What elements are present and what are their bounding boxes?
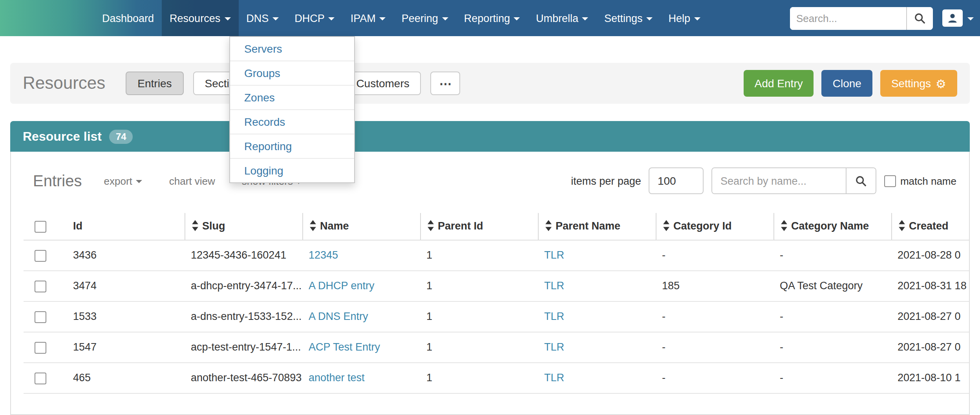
sort-icon <box>898 220 905 231</box>
parent-name-link[interactable]: TLR <box>544 341 564 353</box>
entry-name-link[interactable]: 12345 <box>309 250 338 261</box>
chart-view-link[interactable]: chart view <box>169 175 215 187</box>
gear-icon: ⚙ <box>936 77 946 89</box>
cell-id: 1533 <box>67 301 185 332</box>
column-header-created[interactable]: Created <box>891 213 970 240</box>
resource-list-panel: Entries export chart view show filters +… <box>10 152 970 415</box>
cell-category_name: - <box>773 332 891 363</box>
parent-name-link[interactable]: TLR <box>544 372 564 384</box>
settings-button[interactable]: Settings ⚙ <box>880 70 957 97</box>
table-row: 1533a-dns-entry-1533-152...A DNS Entry1T… <box>24 301 970 332</box>
navbar-right <box>790 0 974 36</box>
chevron-down-icon <box>224 17 230 20</box>
cell-parent_name: TLR <box>538 362 656 393</box>
menu-item-logging[interactable]: Logging <box>230 159 354 182</box>
search-icon <box>856 175 867 187</box>
cell-category_id: - <box>656 240 773 271</box>
page-container: Resources Entries Sections Contacts Cust… <box>10 63 970 415</box>
table-header-row: Id Slug Name Parent Id Parent Name Categ… <box>24 213 970 240</box>
clone-button[interactable]: Clone <box>822 70 872 97</box>
cell-category_id: - <box>656 362 773 393</box>
cell-category_name: - <box>773 301 891 332</box>
cell-category_id: 185 <box>656 271 773 301</box>
add-entry-button[interactable]: Add Entry <box>744 70 814 97</box>
column-header-category-id[interactable]: Category Id <box>656 213 773 240</box>
tab-customers[interactable]: Customers <box>344 72 421 95</box>
menu-item-reporting[interactable]: Reporting <box>230 134 354 159</box>
entries-table: Id Slug Name Parent Id Parent Name Categ… <box>24 213 970 393</box>
nav-umbrella[interactable]: Umbrella <box>528 0 596 36</box>
nav-dashboard[interactable]: Dashboard <box>94 0 162 36</box>
dns-dropdown-menu: Servers Groups Zones Records Reporting L… <box>229 36 355 183</box>
nav-help[interactable]: Help <box>661 0 709 36</box>
cell-id: 465 <box>67 362 185 393</box>
section-title: Entries <box>33 172 82 190</box>
entry-name-link[interactable]: ACP Test Entry <box>309 341 380 353</box>
row-checkbox[interactable] <box>35 250 46 262</box>
sort-icon <box>780 220 787 231</box>
sort-icon <box>191 220 198 231</box>
row-checkbox[interactable] <box>35 342 46 353</box>
name-search-input[interactable] <box>713 168 846 193</box>
chevron-down-icon <box>647 17 653 20</box>
parent-name-link[interactable]: TLR <box>544 311 564 323</box>
row-checkbox[interactable] <box>35 372 46 384</box>
nav-dhcp[interactable]: DHCP <box>287 0 343 36</box>
select-all-checkbox[interactable] <box>35 221 46 233</box>
nav-ipam[interactable]: IPAM <box>343 0 394 36</box>
parent-name-link[interactable]: TLR <box>544 280 564 292</box>
export-dropdown[interactable]: export <box>104 175 143 187</box>
more-tabs-button[interactable]: ⋯ <box>431 72 461 95</box>
cell-parent_name: TLR <box>538 240 656 271</box>
entry-name-link[interactable]: A DNS Entry <box>309 311 368 323</box>
entry-name-link[interactable]: A DHCP entry <box>309 280 375 292</box>
name-search-button[interactable] <box>846 168 876 193</box>
user-menu[interactable] <box>942 9 974 27</box>
cell-name: 12345 <box>302 240 420 271</box>
entry-name-link[interactable]: another test <box>309 372 365 384</box>
column-header-category-name[interactable]: Category Name <box>773 213 891 240</box>
chevron-down-icon <box>380 17 386 20</box>
menu-item-records[interactable]: Records <box>230 110 354 134</box>
nav-resources[interactable]: Resources <box>162 0 238 36</box>
parent-name-link[interactable]: TLR <box>544 250 564 261</box>
sort-icon <box>545 220 552 231</box>
global-search-button[interactable] <box>906 7 933 29</box>
nav-label: Resources <box>170 12 220 24</box>
cell-parent_id: 1 <box>420 301 538 332</box>
nav-settings[interactable]: Settings <box>596 0 661 36</box>
column-header-parent-name[interactable]: Parent Name <box>538 213 656 240</box>
menu-item-servers[interactable]: Servers <box>230 37 354 61</box>
column-header-slug[interactable]: Slug <box>185 213 302 240</box>
column-header-parent-id[interactable]: Parent Id <box>420 213 538 240</box>
items-per-page-input[interactable] <box>649 167 704 194</box>
row-checkbox[interactable] <box>35 311 46 323</box>
items-per-page-label: items per page <box>571 175 641 187</box>
cell-name: A DNS Entry <box>302 301 420 332</box>
cell-created: 2021-08-28 0 <box>891 240 970 271</box>
select-all-cell <box>24 213 67 240</box>
cell-id: 3474 <box>67 271 185 301</box>
row-checkbox-cell <box>24 301 67 332</box>
table-row: 1547acp-test-entry-1547-1...ACP Test Ent… <box>24 332 970 363</box>
cell-name: another test <box>302 362 420 393</box>
chevron-down-icon <box>582 17 589 20</box>
nav-dns[interactable]: DNS <box>238 0 287 36</box>
count-badge: 74 <box>110 129 133 143</box>
nav-peering[interactable]: Peering <box>394 0 456 36</box>
nav-reporting[interactable]: Reporting <box>456 0 528 36</box>
row-checkbox[interactable] <box>35 281 46 292</box>
tab-entries[interactable]: Entries <box>126 72 183 95</box>
match-name-checkbox[interactable] <box>885 175 896 187</box>
column-header-name[interactable]: Name <box>302 213 420 240</box>
global-search-input[interactable] <box>790 7 906 29</box>
cell-slug: a-dns-entry-1533-152... <box>185 301 302 332</box>
column-header-id[interactable]: Id <box>67 213 185 240</box>
cell-category_name: - <box>773 240 891 271</box>
export-label: export <box>104 175 132 187</box>
cell-parent_id: 1 <box>420 332 538 363</box>
cell-slug: 12345-3436-160241 <box>185 240 302 271</box>
header-actions: Add Entry Clone Settings ⚙ <box>744 70 957 97</box>
menu-item-groups[interactable]: Groups <box>230 61 354 86</box>
menu-item-zones[interactable]: Zones <box>230 86 354 110</box>
